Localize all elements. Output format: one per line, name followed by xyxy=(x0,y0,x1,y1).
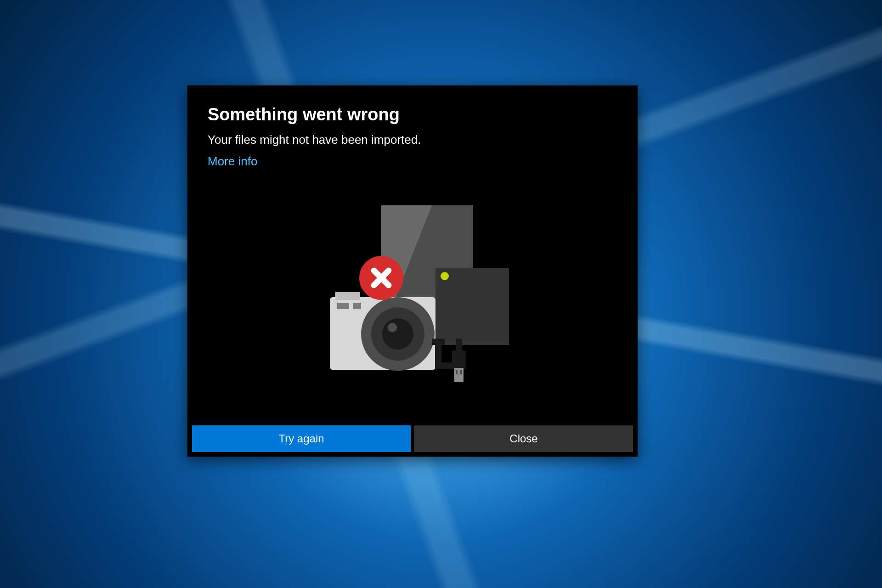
svg-rect-5 xyxy=(335,292,360,300)
camera-icon xyxy=(330,292,435,371)
svg-rect-16 xyxy=(452,351,466,369)
close-button[interactable]: Close xyxy=(414,425,633,452)
svg-rect-19 xyxy=(460,370,462,374)
svg-point-10 xyxy=(382,318,413,350)
device-illustration xyxy=(208,173,617,416)
dialog-message: Your files might not have been imported. xyxy=(208,133,617,147)
dialog-button-row: Try again Close xyxy=(187,425,638,457)
error-dialog: Something went wrong Your files might no… xyxy=(187,85,638,457)
dialog-body: Something went wrong Your files might no… xyxy=(187,85,638,425)
svg-rect-7 xyxy=(353,303,361,309)
svg-point-3 xyxy=(441,272,449,280)
svg-rect-6 xyxy=(337,303,349,309)
svg-rect-13 xyxy=(432,339,445,345)
svg-point-11 xyxy=(388,323,397,332)
error-badge-icon xyxy=(359,256,403,300)
try-again-button[interactable]: Try again xyxy=(192,425,411,452)
dialog-title: Something went wrong xyxy=(208,105,617,124)
usb-cable-icon xyxy=(432,339,466,382)
hard-drive-icon xyxy=(435,268,509,345)
more-info-link[interactable]: More info xyxy=(208,154,257,169)
svg-rect-18 xyxy=(456,370,458,374)
